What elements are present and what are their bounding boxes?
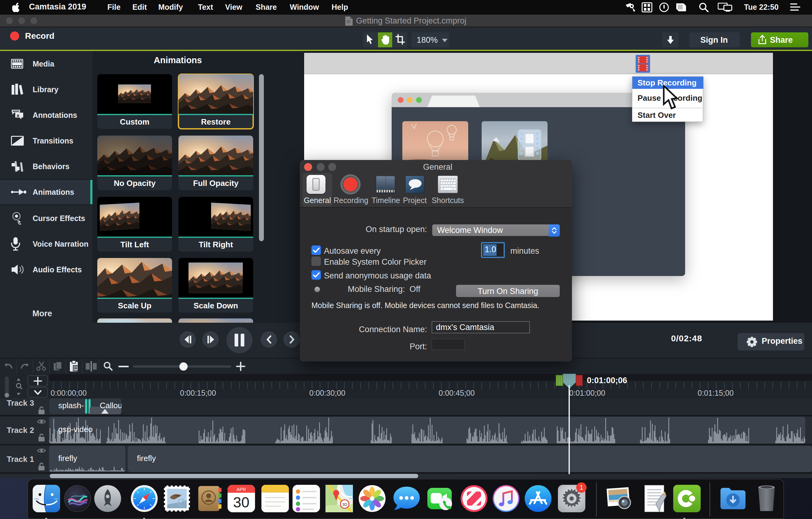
svg-text:APR: APR <box>237 487 246 492</box>
svg-text:30: 30 <box>233 494 249 511</box>
svg-text:3D: 3D <box>342 502 347 507</box>
svg-text:a: a <box>17 113 20 118</box>
